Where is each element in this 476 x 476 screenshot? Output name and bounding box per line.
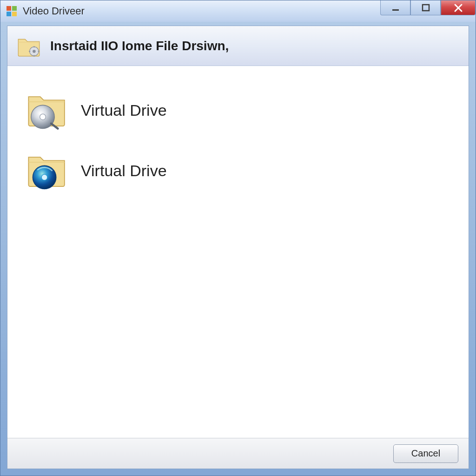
svg-rect-1 (12, 6, 17, 11)
window-controls (380, 0, 476, 15)
list-item-label: Virtual Drive (81, 162, 167, 180)
header-bar: Insrtaid IIO Iome File Drsiwn, (7, 26, 469, 66)
svg-point-15 (41, 174, 47, 180)
client-area: Insrtaid IIO Iome File Drsiwn, (7, 26, 469, 469)
list-item-label: Virtual Drive (81, 101, 167, 119)
folder-settings-icon (17, 34, 41, 58)
svg-point-7 (33, 50, 36, 53)
svg-rect-3 (12, 12, 17, 16)
list-item[interactable]: Virtual Drive (26, 80, 450, 140)
folder-disc-silver-icon (26, 89, 68, 131)
titlebar[interactable]: Video Driveer (0, 0, 476, 22)
svg-rect-2 (7, 12, 11, 16)
minimize-button[interactable] (380, 0, 410, 15)
footer-bar: Cancel (7, 438, 469, 469)
page-title: Insrtaid IIO Iome File Drsiwn, (50, 39, 229, 53)
content-list: Virtual Drive (7, 66, 469, 438)
svg-rect-5 (423, 5, 429, 11)
svg-rect-4 (392, 9, 399, 11)
svg-rect-0 (7, 6, 11, 11)
window-title: Video Driveer (23, 5, 85, 17)
folder-disc-blue-icon (26, 150, 68, 192)
list-item[interactable]: Virtual Drive (26, 140, 450, 201)
app-icon (6, 6, 17, 17)
close-button[interactable] (441, 0, 476, 15)
svg-point-13 (40, 114, 46, 120)
maximize-button[interactable] (410, 0, 441, 15)
window-frame: Video Driveer (0, 0, 476, 476)
cancel-button[interactable]: Cancel (393, 444, 458, 463)
